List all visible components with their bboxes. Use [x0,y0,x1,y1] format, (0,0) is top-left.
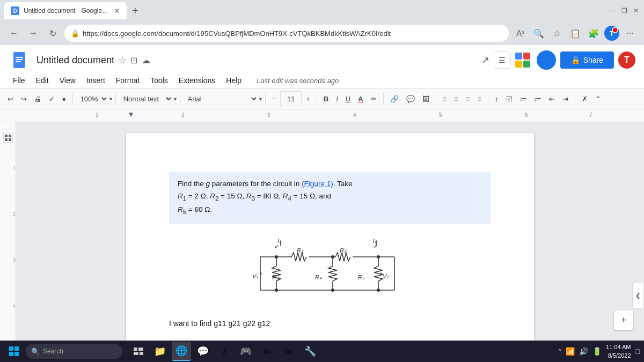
profile-icon-btn[interactable]: Aˢ [513,26,528,41]
settings-more-btn[interactable]: ··· [623,26,638,41]
font-select[interactable]: Arial Times New Roman Courier New [184,91,258,106]
sep7 [436,93,436,104]
other-btn-4[interactable]: 🔧 [301,342,320,361]
account-btn[interactable] [537,50,556,70]
battery-icon[interactable]: 🔋 [592,347,602,356]
font-color-btn[interactable]: A [355,91,366,106]
music-btn[interactable]: ♪ [215,342,234,361]
line-spacing-btn[interactable]: ↕ [492,91,502,106]
format-paint-btn[interactable]: ♦ [59,91,69,106]
highlight-btn[interactable]: ✏ [368,91,380,106]
tab-favicon: D [11,6,19,15]
font-size-input[interactable] [280,91,302,106]
share-button[interactable]: 🔒 Share [560,51,614,69]
start-button[interactable] [4,342,24,361]
new-tab-btn[interactable]: + [132,5,138,17]
format-toolbar: ↩ ↪ 🖨 ✓ ♦ 100% 75% 125% ▾ Normal text He… [0,88,644,109]
menu-file[interactable]: File [9,74,30,87]
align-left-btn[interactable]: ≡ [440,91,450,106]
star-btn[interactable]: ☆ [119,55,126,65]
extensions-btn[interactable]: 🧩 [586,26,601,41]
indent-decrease-btn[interactable]: ⇤ [546,91,558,106]
minimize-btn[interactable]: — [609,7,616,14]
back-btn[interactable]: ← [6,26,21,41]
google-apps-btn[interactable] [515,53,530,68]
taskbar-date: 8/5/2022 [606,351,631,360]
wifi-icon[interactable]: 📶 [566,347,575,356]
image-insert-btn[interactable]: 🖼 [419,91,433,106]
number-list-btn[interactable]: ≔ [531,91,545,106]
menu-edit[interactable]: Edit [32,74,53,87]
print-btn[interactable]: 🖨 [31,91,45,106]
clear-format-btn[interactable]: ✗ [579,91,591,106]
url-bar[interactable]: 🔒 https://docs.google.com/document/d/195… [64,25,509,42]
more-btn[interactable]: ⌃ [592,91,604,106]
italic-btn[interactable]: I [333,91,341,106]
menu-extensions[interactable]: Extensions [174,74,219,87]
expand-right-btn[interactable]: ❮ [633,283,643,308]
last-edit-status[interactable]: Last edit was seconds ago [257,77,339,85]
forward-btn[interactable]: → [26,26,41,41]
underline-btn[interactable]: U [342,91,354,106]
svg-text:1: 1 [96,112,99,118]
bullet-list-btn[interactable]: ≔ [517,91,530,106]
indent-increase-btn[interactable]: ⇥ [559,91,572,106]
link-btn[interactable]: 🔗 [387,91,402,106]
edge-browser-btn[interactable]: 🌐 [172,342,191,361]
checklist-btn[interactable]: ☑ [503,91,516,106]
chevron-up-icon[interactable]: ^ [558,348,561,355]
style-control: Normal text Heading 1 Heading 2 ▾ [119,91,177,106]
svg-text:↗: ↗ [373,243,378,249]
task-view-btn[interactable] [129,342,148,361]
svg-text:V₂: V₂ [383,273,389,279]
align-center-btn[interactable]: ≡ [451,91,462,106]
maximize-btn[interactable]: ❐ [620,7,628,14]
search-btn[interactable]: 🔍 [531,26,546,41]
cloud-btn[interactable]: ☁ [142,55,150,65]
comment-btn[interactable]: 💬 [403,91,418,106]
bold-btn[interactable]: B [320,91,332,106]
close-btn[interactable]: ✕ [632,7,640,14]
arrow-up-btn[interactable]: ↗ [481,54,489,66]
browser-chrome: D Untitled document - Google Do... ✕ + —… [0,0,644,21]
volume-icon[interactable]: 🔊 [579,347,588,356]
teams-btn[interactable]: 💬 [193,342,213,361]
menu-format[interactable]: Format [112,74,144,87]
menu-insert[interactable]: Insert [82,74,109,87]
undo-btn[interactable]: ↩ [4,91,17,106]
svg-rect-60 [14,352,19,356]
svg-rect-57 [9,346,13,351]
tab-close-btn[interactable]: ✕ [114,6,120,15]
doc-scroll-area[interactable]: Find the g parameters for the circuit in… [16,122,644,345]
zoom-select[interactable]: 100% 75% 125% [76,91,108,106]
notification-icon[interactable]: □ [635,347,640,356]
reload-btn[interactable]: ↻ [45,26,60,41]
docs-title[interactable]: Untitled document [36,55,114,66]
other-btn-2[interactable]: ∞ [258,342,277,361]
sep4 [265,93,266,104]
collections-btn[interactable]: 📋 [568,26,583,41]
move-btn[interactable]: ⊡ [130,55,137,65]
browser-tab[interactable]: D Untitled document - Google Do... ✕ [4,2,127,19]
other-btn-3[interactable]: ∞ [279,342,298,361]
spellcheck-btn[interactable]: ✓ [46,91,58,106]
favorites-btn[interactable]: ☆ [550,26,565,41]
style-select[interactable]: Normal text Heading 1 Heading 2 [119,91,173,106]
taskbar-search[interactable]: 🔍 Search [26,344,122,359]
redo-btn[interactable]: ↪ [18,91,30,106]
font-size-increase-btn[interactable]: + [303,91,313,106]
circuit-diagram: I₁ I₂ R₁ R₂ [244,237,416,306]
scroll-to-bottom-btn[interactable]: + [614,311,633,330]
file-explorer-btn[interactable]: 📁 [150,342,170,361]
other-btn-1[interactable]: 🎮 [236,342,255,361]
profile-btn[interactable]: T [604,26,619,41]
font-size-decrease-btn[interactable]: − [269,91,280,106]
menu-help[interactable]: Help [222,74,246,87]
menu-view[interactable]: View [55,74,80,87]
menu-tools[interactable]: Tools [146,74,172,87]
align-justify-btn[interactable]: ≡ [474,91,485,106]
align-right-btn[interactable]: ≡ [463,91,473,106]
user-avatar[interactable]: T [618,51,635,69]
taskbar-clock[interactable]: 11:04 AM 8/5/2022 [606,343,631,360]
doc-view-btn[interactable]: ☰ [494,51,511,69]
